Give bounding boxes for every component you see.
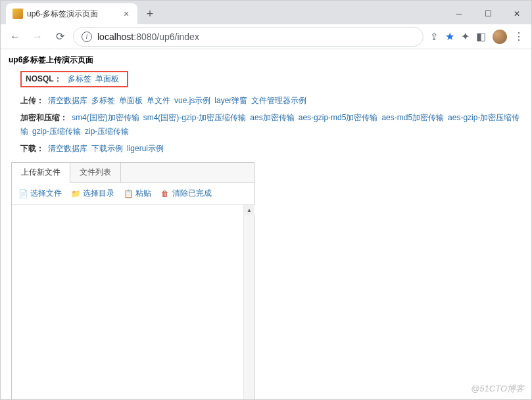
page-link[interactable]: vue.js示例 <box>174 96 210 105</box>
back-button[interactable]: ← <box>6 28 24 46</box>
page-link[interactable]: aes加密传输 <box>250 113 294 122</box>
folder-action[interactable]: 📁选择目录 <box>71 188 114 199</box>
minimize-button[interactable]: ─ <box>445 3 473 24</box>
bookmark-star-icon[interactable]: ★ <box>445 30 454 43</box>
action-label: 粘贴 <box>135 188 151 199</box>
row-label: 加密和压缩： <box>20 113 68 122</box>
forward-button[interactable]: → <box>28 28 47 46</box>
browser-titlebar: up6-多标签演示页面 × + ─ ☐ ✕ <box>1 1 531 24</box>
page-link[interactable]: 清空数据库 <box>48 144 87 153</box>
browser-toolbar: ← → ⟳ i localhost:8080/up6/index ⇪ ★ ✦ ◧… <box>1 24 531 49</box>
folder-icon: 📁 <box>71 189 80 198</box>
page-link[interactable]: zip-压缩传输 <box>85 127 129 136</box>
clear-icon: 🗑 <box>160 189 170 198</box>
page-link[interactable]: 多标签 <box>91 96 115 105</box>
row-label: 上传： <box>20 96 44 105</box>
scroll-track[interactable] <box>244 215 254 400</box>
extensions-icon[interactable]: ✦ <box>461 30 470 43</box>
panel-icon[interactable]: ◧ <box>476 30 486 43</box>
page-content: up6多标签上传演示页面 NOSQL： 多标签单面板 上传：清空数据库多标签单面… <box>1 49 531 400</box>
maximize-button[interactable]: ☐ <box>473 3 502 24</box>
file-icon: 📄 <box>18 189 28 198</box>
page-link[interactable]: sm4(国密)-gzip-加密压缩传输 <box>143 113 247 122</box>
panel-tabs: 上传新文件 文件列表 <box>12 163 254 183</box>
row-label: 下载： <box>20 144 44 153</box>
new-tab-button[interactable]: + <box>141 5 158 22</box>
page-link[interactable]: aes-md5加密传输 <box>381 113 444 122</box>
reload-button[interactable]: ⟳ <box>51 28 69 46</box>
action-label: 选择文件 <box>30 188 62 199</box>
watermark: @51CTO博客 <box>471 383 524 395</box>
site-info-icon[interactable]: i <box>82 32 92 42</box>
paste-action[interactable]: 📋粘贴 <box>124 188 151 199</box>
nosql-row: NOSQL： 多标签单面板 <box>20 71 128 87</box>
nosql-link[interactable]: 多标签 <box>68 74 91 83</box>
paste-icon: 📋 <box>124 189 133 198</box>
scroll-up-icon[interactable]: ▲ <box>244 205 254 215</box>
action-bar: 📄选择文件📁选择目录📋粘贴🗑清除已完成 <box>12 183 254 205</box>
nosql-link[interactable]: 单面板 <box>95 74 119 83</box>
page-title: up6多标签上传演示页面 <box>9 55 523 66</box>
file-list-area: ▲ ▼ <box>12 205 254 400</box>
page-link[interactable]: layer弹窗 <box>214 96 247 105</box>
action-label: 清除已完成 <box>172 188 212 199</box>
page-link[interactable]: sm4(国密)加密传输 <box>72 113 139 122</box>
clear-action[interactable]: 🗑清除已完成 <box>160 188 212 199</box>
page-link[interactable]: gzip-压缩传输 <box>32 127 81 136</box>
link-row: 上传：清空数据库多标签单面板单文件vue.js示例layer弹窗文件管理器示例 <box>20 94 523 108</box>
page-link[interactable]: ligerui示例 <box>127 144 164 153</box>
menu-icon[interactable]: ⋮ <box>514 30 523 43</box>
action-label: 选择目录 <box>83 188 114 199</box>
tab-upload-new[interactable]: 上传新文件 <box>12 163 70 183</box>
upload-panel: 上传新文件 文件列表 📄选择文件📁选择目录📋粘贴🗑清除已完成 ▲ ▼ <box>11 162 254 400</box>
link-row: 加密和压缩：sm4(国密)加密传输sm4(国密)-gzip-加密压缩传输aes加… <box>20 111 523 139</box>
scrollbar[interactable]: ▲ ▼ <box>243 205 254 400</box>
browser-tab[interactable]: up6-多标签演示页面 × <box>6 3 137 24</box>
url-text: localhost:8080/up6/index <box>97 32 199 42</box>
tab-title: up6-多标签演示页面 <box>27 9 118 20</box>
page-link[interactable]: 单面板 <box>119 96 143 105</box>
link-row: 下载：清空数据库下载示例ligerui示例 <box>20 142 523 156</box>
page-link[interactable]: 清空数据库 <box>48 96 87 105</box>
close-icon[interactable]: × <box>122 9 131 18</box>
close-window-button[interactable]: ✕ <box>502 3 531 24</box>
page-link[interactable]: 下载示例 <box>91 144 123 153</box>
favicon-icon <box>12 9 23 19</box>
page-link[interactable]: 文件管理器示例 <box>251 96 306 105</box>
row-label: NOSQL： <box>26 74 62 83</box>
tab-file-list[interactable]: 文件列表 <box>70 163 121 182</box>
share-icon[interactable]: ⇪ <box>430 31 439 43</box>
file-action[interactable]: 📄选择文件 <box>18 188 62 199</box>
window-controls: ─ ☐ ✕ <box>445 3 531 24</box>
profile-avatar[interactable] <box>493 30 507 44</box>
page-link[interactable]: 单文件 <box>147 96 170 105</box>
address-bar[interactable]: i localhost:8080/up6/index <box>73 27 423 47</box>
page-link[interactable]: aes-gzip-md5加密传输 <box>299 113 378 122</box>
